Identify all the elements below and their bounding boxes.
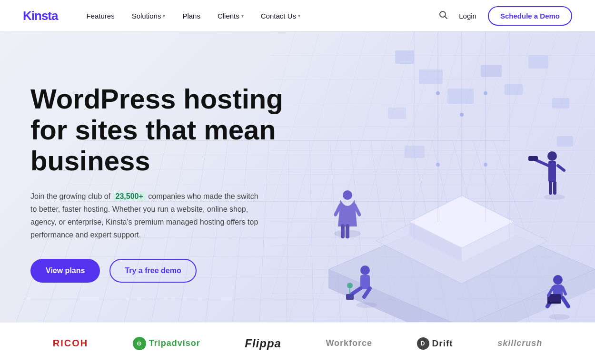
svg-point-60 <box>549 314 570 320</box>
brand-flippa: Flippa <box>245 337 281 350</box>
svg-rect-18 <box>481 65 502 77</box>
hero-content: WordPress hosting for sites that mean bu… <box>30 84 297 283</box>
svg-rect-37 <box>549 181 552 195</box>
chevron-down-icon: ▾ <box>298 13 300 19</box>
svg-line-1 <box>445 16 447 19</box>
svg-rect-22 <box>388 108 406 119</box>
hero-section: WordPress hosting for sites that mean bu… <box>0 31 595 364</box>
svg-rect-20 <box>528 55 548 69</box>
nav-features[interactable]: Features <box>86 12 114 20</box>
svg-rect-21 <box>552 98 569 108</box>
hero-description: Join the growing club of 23,500+ compani… <box>30 190 259 242</box>
brand-workforce: Workforce <box>326 338 372 348</box>
drift-icon: D <box>417 337 429 350</box>
try-demo-button[interactable]: Try a free demo <box>109 259 196 283</box>
svg-point-35 <box>547 151 557 161</box>
svg-point-29 <box>484 163 487 167</box>
nav-contact[interactable]: Contact Us ▾ <box>261 12 300 20</box>
search-icon <box>439 10 447 19</box>
svg-rect-17 <box>447 89 474 104</box>
svg-rect-54 <box>547 302 561 304</box>
nav-plans[interactable]: Plans <box>182 12 200 20</box>
svg-rect-38 <box>553 181 556 195</box>
svg-rect-19 <box>505 84 523 95</box>
search-button[interactable] <box>439 10 447 21</box>
svg-rect-24 <box>405 146 425 158</box>
svg-point-57 <box>334 230 361 237</box>
brands-bar: RICOH ⊙ Tripadvisor Flippa Workforce D D… <box>0 322 595 364</box>
nav-solutions[interactable]: Solutions ▾ <box>132 12 166 20</box>
hero-buttons: View plans Try a free demo <box>30 259 297 283</box>
nav-actions: Login Schedule a Demo <box>439 6 572 26</box>
logo[interactable]: Kinsta <box>23 9 58 23</box>
svg-point-48 <box>347 283 353 288</box>
login-link[interactable]: Login <box>459 12 476 20</box>
svg-point-42 <box>360 266 370 275</box>
svg-point-25 <box>436 91 440 95</box>
svg-rect-46 <box>346 294 354 300</box>
desc-before: Join the growing club of <box>30 192 110 200</box>
svg-point-58 <box>544 194 565 200</box>
brand-ricoh: RICOH <box>53 338 88 349</box>
svg-point-49 <box>553 275 563 285</box>
svg-point-59 <box>356 302 377 308</box>
svg-rect-23 <box>557 136 573 147</box>
view-plans-button[interactable]: View plans <box>30 259 100 283</box>
svg-point-28 <box>436 163 440 167</box>
hero-svg <box>271 31 595 364</box>
svg-rect-36 <box>548 161 556 182</box>
svg-rect-16 <box>419 69 443 84</box>
brand-skillcrush: skillcrush <box>497 338 542 348</box>
nav-links: Features Solutions ▾ Plans Clients ▾ Con… <box>86 12 439 20</box>
svg-point-26 <box>460 113 464 117</box>
nav-clients[interactable]: Clients ▾ <box>218 12 244 20</box>
hero-title: WordPress hosting for sites that mean bu… <box>30 84 297 177</box>
svg-rect-40 <box>528 156 538 161</box>
highlight-number: 23,500+ <box>113 192 146 201</box>
hero-illustration <box>271 31 595 364</box>
svg-rect-15 <box>395 50 414 64</box>
svg-point-30 <box>343 190 352 200</box>
brand-drift: D Drift <box>417 337 453 350</box>
tripadvisor-icon: ⊙ <box>133 337 146 350</box>
chevron-down-icon: ▾ <box>241 13 244 19</box>
schedule-demo-button[interactable]: Schedule a Demo <box>488 6 572 26</box>
svg-point-27 <box>484 91 487 95</box>
chevron-down-icon: ▾ <box>163 13 165 19</box>
brand-tripadvisor: ⊙ Tripadvisor <box>133 337 200 350</box>
navbar: Kinsta Features Solutions ▾ Plans Client… <box>0 0 595 31</box>
